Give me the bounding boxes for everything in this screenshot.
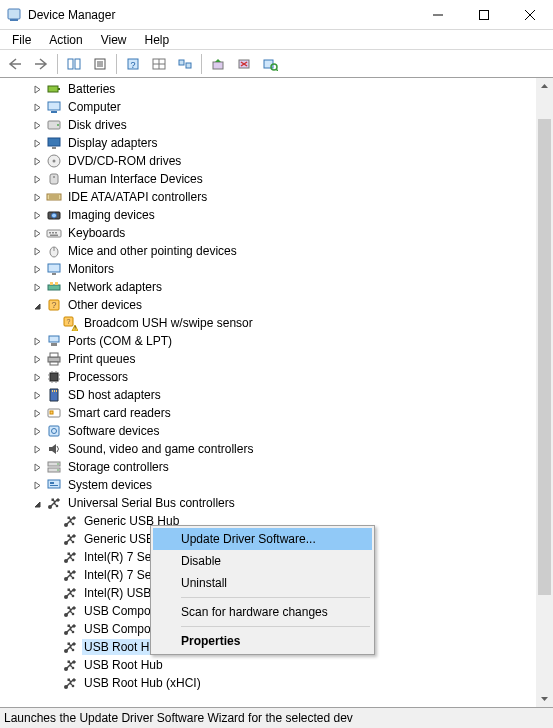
maximize-button[interactable] (461, 0, 507, 30)
expand-icon[interactable] (30, 154, 44, 168)
tree-node[interactable]: Universal Serial Bus controllers (4, 494, 536, 512)
expand-icon[interactable] (30, 262, 44, 276)
tree-node[interactable]: Print queues (4, 350, 536, 368)
expand-icon[interactable] (30, 172, 44, 186)
expand-icon[interactable] (30, 478, 44, 492)
menu-file[interactable]: File (4, 31, 39, 49)
collapse-icon[interactable] (30, 496, 44, 510)
expand-icon[interactable] (30, 406, 44, 420)
expand-icon[interactable] (30, 82, 44, 96)
tree-node[interactable]: Processors (4, 368, 536, 386)
svg-point-108 (64, 595, 68, 599)
tree-node[interactable]: USB Root Hub (4, 656, 536, 674)
tree-node[interactable]: IDE ATA/ATAPI controllers (4, 188, 536, 206)
scan-hardware-button[interactable] (258, 53, 282, 75)
expand-icon[interactable] (30, 244, 44, 258)
tree-node[interactable]: Mice and other pointing devices (4, 242, 536, 260)
tree-node[interactable]: Display adapters (4, 134, 536, 152)
expand-icon[interactable] (30, 352, 44, 366)
context-menu-item[interactable]: Update Driver Software... (153, 528, 372, 550)
tree-node[interactable]: Disk drives (4, 116, 536, 134)
tree-node[interactable]: Monitors (4, 260, 536, 278)
view-options-button[interactable] (147, 53, 171, 75)
minimize-button[interactable] (415, 0, 461, 30)
usb-icon (62, 549, 78, 565)
expand-icon[interactable] (30, 136, 44, 150)
show-hide-console-tree-button[interactable] (62, 53, 86, 75)
tree-node[interactable]: ?!Broadcom USH w/swipe sensor (4, 314, 536, 332)
tree-node-label: DVD/CD-ROM drives (66, 153, 183, 169)
tree-node[interactable]: System devices (4, 476, 536, 494)
tree-node[interactable]: Software devices (4, 422, 536, 440)
status-text: Launches the Update Driver Software Wiza… (4, 711, 353, 725)
svg-point-116 (64, 631, 68, 635)
tree-node[interactable]: Sound, video and game controllers (4, 440, 536, 458)
help-button[interactable]: ? (121, 53, 145, 75)
system-icon (46, 477, 62, 493)
tree-node[interactable]: Imaging devices (4, 206, 536, 224)
devices-by-connection-button[interactable] (173, 53, 197, 75)
svg-rect-101 (72, 552, 76, 556)
svg-point-96 (64, 541, 68, 545)
expand-icon[interactable] (30, 208, 44, 222)
svg-point-110 (72, 595, 75, 598)
menu-help[interactable]: Help (137, 31, 178, 49)
expand-icon[interactable] (30, 388, 44, 402)
tree-node[interactable]: Ports (COM & LPT) (4, 332, 536, 350)
svg-point-130 (72, 685, 75, 688)
tree-node[interactable]: ?Other devices (4, 296, 536, 314)
sound-icon (46, 441, 62, 457)
tree-node[interactable]: Network adapters (4, 278, 536, 296)
back-button[interactable] (3, 53, 27, 75)
svg-rect-131 (68, 679, 71, 682)
svg-line-25 (276, 69, 278, 71)
expand-icon[interactable] (30, 118, 44, 132)
close-button[interactable] (507, 0, 553, 30)
expand-icon[interactable] (30, 226, 44, 240)
collapse-icon[interactable] (30, 298, 44, 312)
context-menu-item[interactable]: Scan for hardware changes (153, 601, 372, 623)
svg-rect-113 (72, 606, 76, 610)
scroll-down-button[interactable] (536, 690, 553, 707)
svg-rect-105 (72, 570, 76, 574)
context-menu-item[interactable]: Properties (153, 630, 372, 652)
context-menu-item[interactable]: Uninstall (153, 572, 372, 594)
menu-view[interactable]: View (93, 31, 135, 49)
update-driver-button[interactable] (206, 53, 230, 75)
tree-node[interactable]: Smart card readers (4, 404, 536, 422)
tree-node-label: Ports (COM & LPT) (66, 333, 174, 349)
scrollbar-thumb[interactable] (538, 119, 551, 595)
tree-node[interactable]: Storage controllers (4, 458, 536, 476)
expand-icon[interactable] (30, 190, 44, 204)
uninstall-button[interactable] (232, 53, 256, 75)
vertical-scrollbar[interactable] (536, 78, 553, 707)
expand-icon[interactable] (30, 460, 44, 474)
scrollbar-track[interactable] (536, 95, 553, 690)
svg-point-80 (52, 429, 57, 434)
tree-node[interactable]: Batteries (4, 80, 536, 98)
tree-node[interactable]: SD host adapters (4, 386, 536, 404)
computer-icon (46, 99, 62, 115)
scroll-up-button[interactable] (536, 78, 553, 95)
context-menu[interactable]: Update Driver Software...DisableUninstal… (150, 525, 375, 655)
tree-node[interactable]: Human Interface Devices (4, 170, 536, 188)
tree-node[interactable]: Keyboards (4, 224, 536, 242)
expand-icon[interactable] (30, 334, 44, 348)
tree-node[interactable]: DVD/CD-ROM drives (4, 152, 536, 170)
svg-rect-79 (49, 426, 59, 436)
forward-button[interactable] (29, 53, 53, 75)
port-icon (46, 333, 62, 349)
svg-rect-65 (50, 373, 58, 381)
svg-rect-17 (179, 60, 184, 65)
tree-node[interactable]: USB Root Hub (xHCI) (4, 674, 536, 692)
tree-node[interactable]: Computer (4, 98, 536, 116)
properties-button[interactable] (88, 53, 112, 75)
menu-action[interactable]: Action (41, 31, 90, 49)
expand-icon[interactable] (30, 370, 44, 384)
expand-icon[interactable] (30, 100, 44, 114)
expand-icon[interactable] (30, 442, 44, 456)
expand-icon[interactable] (30, 280, 44, 294)
svg-rect-111 (68, 589, 71, 592)
expand-icon[interactable] (30, 424, 44, 438)
context-menu-item[interactable]: Disable (153, 550, 372, 572)
